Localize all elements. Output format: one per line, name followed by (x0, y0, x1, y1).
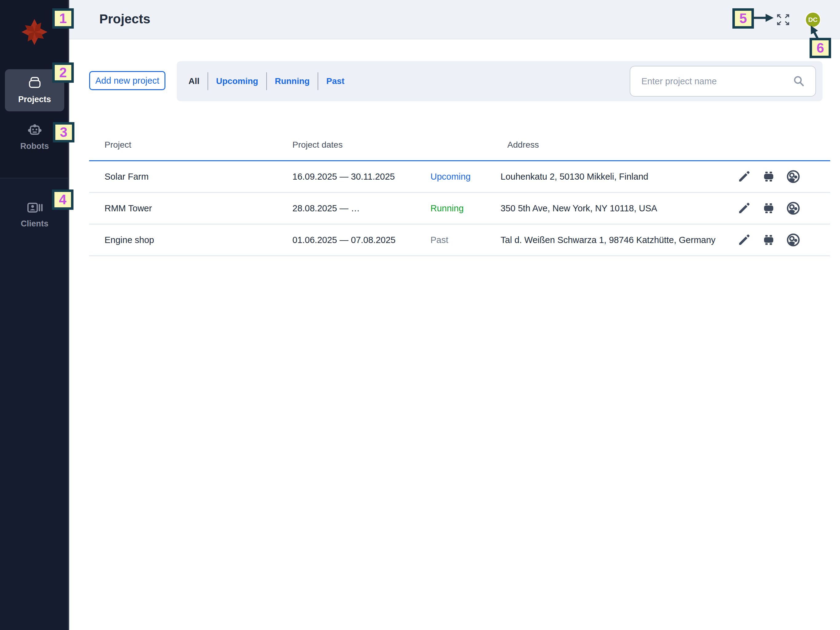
clients-faces-icon[interactable] (786, 169, 801, 184)
sidebar: Projects Robots Clients (0, 0, 69, 630)
project-address: 350 5th Ave, New York, NY 10118, USA (501, 203, 720, 214)
column-header-project: Project (89, 140, 292, 150)
row-actions (720, 201, 830, 215)
page-title: Projects (99, 12, 150, 27)
search-icon[interactable] (793, 75, 805, 87)
status-filter-tabs: All Upcoming Running Past (188, 61, 344, 101)
tab-past[interactable]: Past (326, 76, 344, 86)
edit-pencil-icon[interactable] (737, 201, 751, 215)
row-actions (720, 169, 830, 184)
sidebar-item-label: Robots (20, 141, 49, 151)
fullscreen-icon[interactable] (776, 14, 790, 26)
sidebar-item-label: Clients (21, 219, 48, 229)
annotation-badge-1: 1 (52, 8, 74, 28)
project-name: RMM Tower (89, 203, 292, 214)
page-header: Projects DC (69, 0, 840, 40)
table-row: RMM Tower 28.08.2025 — … Running 350 5th… (89, 193, 830, 225)
clients-card-icon (27, 201, 43, 215)
annotation-badge-6: 6 (810, 38, 831, 58)
status-badge: Past (431, 235, 501, 245)
tab-all[interactable]: All (188, 76, 199, 86)
edit-pencil-icon[interactable] (737, 169, 751, 184)
edit-pencil-icon[interactable] (737, 233, 751, 247)
app-logo-icon[interactable] (20, 17, 49, 47)
annotation-badge-4: 4 (52, 190, 74, 210)
project-dates: 01.06.2025 — 07.08.2025 (292, 235, 431, 245)
robot-top-view-icon[interactable] (762, 169, 776, 184)
project-address: Tal d. Weißen Schwarza 1, 98746 Katzhütt… (501, 235, 720, 245)
filter-panel: All Upcoming Running Past (177, 61, 823, 101)
project-name: Engine shop (89, 235, 292, 245)
annotation-badge-5: 5 (733, 8, 754, 28)
status-badge: Running (431, 203, 501, 214)
table-header-row: Project Project dates Address (89, 129, 830, 161)
clients-faces-icon[interactable] (786, 201, 801, 215)
tab-divider (266, 72, 267, 90)
projects-table: Project Project dates Address Solar Farm… (89, 129, 830, 256)
robot-top-view-icon[interactable] (762, 233, 776, 247)
tab-divider (317, 72, 318, 90)
project-search-box (630, 66, 816, 97)
tab-running[interactable]: Running (275, 76, 310, 86)
project-name: Solar Farm (89, 172, 292, 182)
column-header-address: Address (501, 140, 720, 150)
annotation-arrow-5 (753, 12, 775, 24)
app-window: Projects Robots Clients (0, 0, 840, 630)
add-new-project-button[interactable]: Add new project (89, 71, 166, 90)
robot-top-view-icon[interactable] (762, 201, 776, 215)
tab-upcoming[interactable]: Upcoming (216, 76, 258, 86)
project-address: Louhenkatu 2, 50130 Mikkeli, Finland (501, 172, 720, 182)
table-row: Engine shop 01.06.2025 — 07.08.2025 Past… (89, 225, 830, 256)
robot-icon (27, 123, 43, 137)
sidebar-item-label: Projects (18, 95, 51, 104)
clients-faces-icon[interactable] (786, 233, 801, 247)
sidebar-lower-section (0, 178, 68, 630)
status-badge: Upcoming (431, 172, 501, 182)
project-dates: 28.08.2025 — … (292, 203, 431, 214)
annotation-badge-2: 2 (52, 62, 74, 83)
search-input[interactable] (630, 66, 793, 96)
table-row: Solar Farm 16.09.2025 — 30.11.2025 Upcom… (89, 161, 830, 193)
project-dates: 16.09.2025 — 30.11.2025 (292, 172, 431, 182)
tab-divider (208, 72, 208, 90)
projects-stack-icon (27, 76, 43, 90)
column-header-dates: Project dates (292, 140, 431, 150)
annotation-badge-3: 3 (53, 122, 74, 142)
row-actions (720, 233, 830, 247)
